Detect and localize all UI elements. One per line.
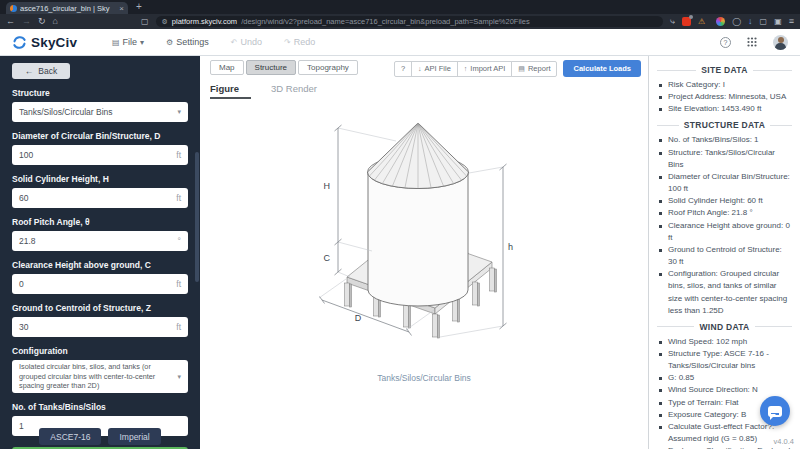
warning-icon[interactable]: ⚠ (698, 17, 705, 26)
upload-icon: ↑ (464, 65, 468, 72)
clearance-input[interactable]: 0 ft (12, 274, 188, 294)
record-icon[interactable]: ◯ (732, 18, 741, 26)
data-item: Diameter of Circular Bin/Structure: 100 … (667, 171, 792, 195)
dim-label-C: C (324, 253, 331, 263)
apps-grid-icon[interactable] (747, 37, 757, 47)
site-settings-icon[interactable]: ⚙ (162, 18, 168, 26)
download-icon: ↓ (418, 65, 422, 72)
dim-label-H: H (324, 181, 331, 191)
avatar[interactable] (773, 35, 788, 50)
brand-name: SkyCiv (31, 35, 77, 50)
cylinder-height-input[interactable]: 60 ft (12, 188, 188, 208)
chat-widget-button[interactable] (760, 396, 790, 426)
settings-menu[interactable]: ⚙ Settings (166, 37, 209, 47)
configuration-select[interactable]: Isolated circular bins, silos, and tanks… (12, 360, 188, 393)
tab-map[interactable]: Map (210, 60, 244, 75)
browser-tab[interactable]: asce716_circular_bin | Sky × (6, 2, 128, 14)
data-panel: SITE DATA Risk Category: I Project Addre… (648, 56, 800, 449)
import-api-button[interactable]: ↑ Import API (457, 61, 513, 77)
unit-label: ft (176, 150, 181, 160)
url-domain: platform.skyciv.com (172, 17, 237, 26)
browser-tabstrip: asce716_circular_bin | Sky × + (0, 0, 800, 14)
unit-label: ° (178, 236, 181, 246)
back-arrow-icon: ← (25, 66, 34, 76)
structure-select[interactable]: Tanks/Silos/Circular Bins ▾ (12, 102, 188, 122)
back-icon[interactable]: ← (6, 17, 15, 26)
tab-close-icon[interactable]: × (119, 4, 124, 13)
sidebar-scrollbar[interactable] (195, 152, 199, 282)
dim-label-D: D (355, 313, 362, 323)
section-header-wind-data: WIND DATA (657, 322, 792, 332)
document-icon: ▤ (518, 65, 525, 73)
reload-icon[interactable]: ↻ (38, 17, 46, 26)
skyciv-logo[interactable]: SkyCiv (12, 35, 112, 50)
data-item: Site Elevation: 1453.490 ft (667, 103, 792, 115)
structure-label: Structure (12, 88, 188, 98)
extension-badge-icon[interactable] (682, 17, 691, 26)
browser-right-icons: ◯ ↓ ▢ ▣ ≡ (716, 17, 794, 26)
chevron-down-icon: ▾ (140, 38, 144, 47)
home-icon[interactable]: ⌂ (53, 17, 58, 26)
structure-data-list: No. of Tanks/Bins/Silos: 1 Structure: Ta… (657, 134, 792, 316)
file-icon: ▤ (112, 38, 120, 47)
data-item: Wind Speed: 102 mph (667, 336, 792, 348)
file-menu[interactable]: ▤ File ▾ (112, 37, 144, 47)
chevron-down-icon: ▾ (177, 108, 181, 116)
chevron-down-icon: ▾ (177, 372, 181, 381)
share-icon[interactable]: ⤷ (670, 17, 675, 26)
num-tanks-label: No. of Tanks/Bins/Silos (12, 402, 188, 412)
data-item: Solid Cylinder Height: 60 ft (667, 195, 792, 207)
unit-label: ft (176, 322, 181, 332)
help-icon[interactable]: ? (720, 37, 731, 48)
dim-label-h: h (508, 242, 513, 252)
roof-pitch-input[interactable]: 21.8 ° (12, 231, 188, 251)
units-button[interactable]: Imperial (108, 428, 160, 445)
data-item: G: 0.85 (667, 372, 792, 384)
configuration-label: Configuration (12, 346, 188, 356)
bookmark-panel-icon[interactable]: ▢ (141, 18, 149, 26)
window-icon[interactable]: ▢ (760, 18, 768, 26)
menu-icon[interactable]: ≡ (789, 17, 794, 26)
tab-structure[interactable]: Structure (246, 60, 296, 75)
action-buttons: ? ↓ API File ↑ Import API ▤ Report Calcu… (394, 60, 641, 77)
url-bar[interactable]: ⚙ platform.skyciv.com/design/wind/v2?pre… (156, 16, 663, 27)
site-data-list: Risk Category: I Project Address: Minnes… (657, 79, 792, 115)
data-item: Configuration: Grouped circular bins, si… (667, 268, 792, 317)
data-item: Roof Pitch Angle: 21.8 ° (667, 207, 792, 219)
forward-icon[interactable]: → (22, 17, 31, 26)
diameter-input[interactable]: 100 ft (12, 145, 188, 165)
report-button[interactable]: ▤ Report (511, 61, 557, 77)
structure-figure: H C h D (200, 97, 648, 385)
downloads-icon[interactable]: ↓ (748, 17, 753, 26)
url-path: /design/wind/v2?preload_name=asce716_cir… (241, 17, 530, 26)
undo-button[interactable]: ↶ Undo (231, 37, 262, 47)
pip-icon[interactable]: ▣ (774, 18, 782, 26)
tab-title: asce716_circular_bin | Sky (20, 4, 116, 13)
data-item: Clearance Height above ground: 0 ft (667, 220, 792, 244)
skyciv-favicon (10, 5, 17, 12)
redo-button[interactable]: ↷ Redo (284, 37, 315, 47)
clearance-label: Clearance Height above ground, C (12, 260, 188, 270)
data-item: Wind Source Direction: N (667, 384, 792, 396)
centroid-input[interactable]: 30 ft (12, 317, 188, 337)
help-button[interactable]: ? (394, 61, 412, 77)
redo-icon: ↷ (284, 38, 291, 47)
roof-pitch-label: Roof Pitch Angle, θ (12, 217, 188, 227)
app-header: SkyCiv ▤ File ▾ ⚙ Settings ↶ Undo ↷ Redo… (0, 29, 800, 56)
skyciv-logo-icon (12, 35, 27, 50)
figure-caption: Tanks/Silos/Circular Bins (200, 373, 648, 383)
data-item: Project Address: Minnesota, USA (667, 91, 792, 103)
calculate-loads-button[interactable]: Calculate Loads (563, 60, 641, 77)
header-right: ? (720, 35, 788, 50)
new-tab-button[interactable]: + (136, 1, 142, 12)
profile-pinwheel-icon[interactable] (716, 17, 725, 26)
chat-bubble-icon (768, 406, 782, 417)
tab-topography[interactable]: Topography (298, 60, 358, 75)
centroid-label: Ground to Centroid of Structure, Z (12, 303, 188, 313)
design-code-button[interactable]: ASCE7-16 (39, 428, 101, 445)
tank-diagram: H C h D (200, 97, 648, 385)
back-button[interactable]: ← Back (12, 63, 70, 79)
undo-icon: ↶ (231, 38, 238, 47)
data-item: Structure: Tanks/Silos/Circular Bins (667, 147, 792, 171)
api-file-button[interactable]: ↓ API File (411, 61, 458, 77)
